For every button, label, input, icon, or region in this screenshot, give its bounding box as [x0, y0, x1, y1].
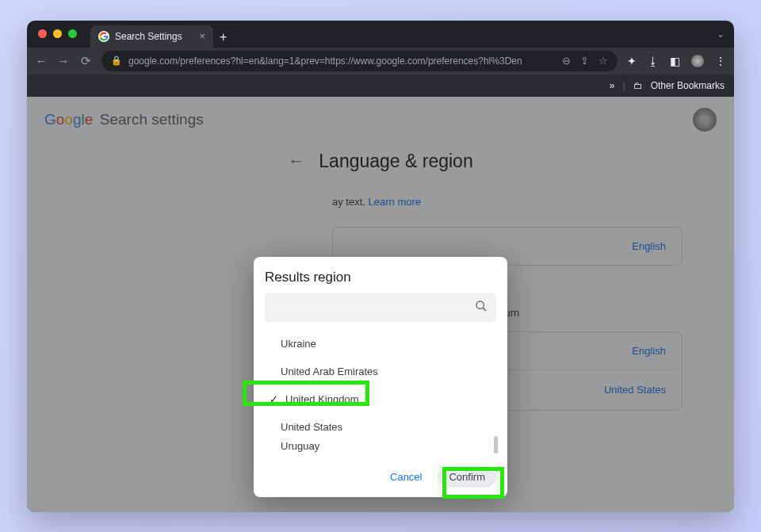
cancel-button[interactable]: Cancel: [384, 466, 428, 488]
dialog-title: Results region: [265, 270, 496, 285]
region-option-selected[interactable]: ✓ United Kingdom: [265, 385, 496, 413]
region-search-input[interactable]: [265, 293, 496, 322]
new-tab-button[interactable]: +: [220, 30, 227, 44]
omnibox-actions: ⊖ ⇪ ☆: [562, 55, 608, 67]
page-viewport: Google Search settings ← Language & regi…: [27, 97, 734, 512]
search-icon: [475, 300, 488, 316]
browser-window: Search Settings × + ⌄ ← → ⟳ 🔒 google.com…: [27, 21, 734, 512]
svg-line-2: [483, 308, 486, 311]
url-text: google.com/preferences?hl=en&lang=1&prev…: [128, 55, 522, 67]
region-option[interactable]: Uruguay: [265, 441, 496, 455]
favicon-icon: [98, 31, 109, 42]
share-icon[interactable]: ⇪: [580, 55, 589, 67]
downloads-icon[interactable]: ⭳: [648, 55, 659, 67]
svg-point-1: [476, 301, 484, 308]
reload-icon[interactable]: ⟳: [79, 54, 92, 68]
browser-tab[interactable]: Search Settings ×: [90, 25, 213, 48]
close-tab-icon[interactable]: ×: [199, 30, 205, 42]
menu-kebab-icon[interactable]: ⋮: [715, 55, 726, 67]
tab-title: Search Settings: [115, 31, 182, 42]
folder-icon: 🗀: [633, 80, 643, 91]
region-list: Ukraine United Arab Emirates ✓ United Ki…: [265, 330, 496, 455]
check-icon: ✓: [268, 393, 279, 405]
toolbar-right: ✦ ⭳ ◧ ⋮: [627, 55, 726, 67]
bookmarks-overflow[interactable]: »: [610, 80, 615, 91]
lock-icon: 🔒: [111, 55, 122, 66]
bookmark-star-icon[interactable]: ☆: [598, 55, 608, 67]
forward-icon[interactable]: →: [57, 54, 70, 67]
scrollbar-thumb[interactable]: [494, 436, 498, 454]
panel-icon[interactable]: ◧: [670, 55, 680, 67]
region-option[interactable]: United States: [265, 413, 496, 441]
confirm-button[interactable]: Confirm: [438, 466, 496, 488]
browser-toolbar: ← → ⟳ 🔒 google.com/preferences?hl=en&lan…: [27, 48, 734, 75]
tab-strip: Search Settings × + ⌄: [27, 21, 734, 48]
extensions-icon[interactable]: ✦: [627, 55, 637, 67]
bookmarks-bar: » | 🗀 Other Bookmarks: [27, 75, 734, 97]
region-option[interactable]: United Arab Emirates: [265, 358, 496, 385]
dialog-actions: Cancel Confirm: [265, 466, 496, 488]
results-region-dialog: Results region Ukraine United Arab Emira…: [254, 257, 507, 497]
region-option[interactable]: Ukraine: [265, 330, 496, 358]
other-bookmarks[interactable]: Other Bookmarks: [651, 80, 725, 91]
back-icon[interactable]: ←: [35, 54, 48, 67]
profile-avatar-icon[interactable]: [691, 55, 704, 67]
zoom-icon[interactable]: ⊖: [562, 55, 571, 67]
address-bar[interactable]: 🔒 google.com/preferences?hl=en&lang=1&pr…: [101, 51, 618, 71]
tabs-dropdown-icon[interactable]: ⌄: [717, 29, 725, 40]
